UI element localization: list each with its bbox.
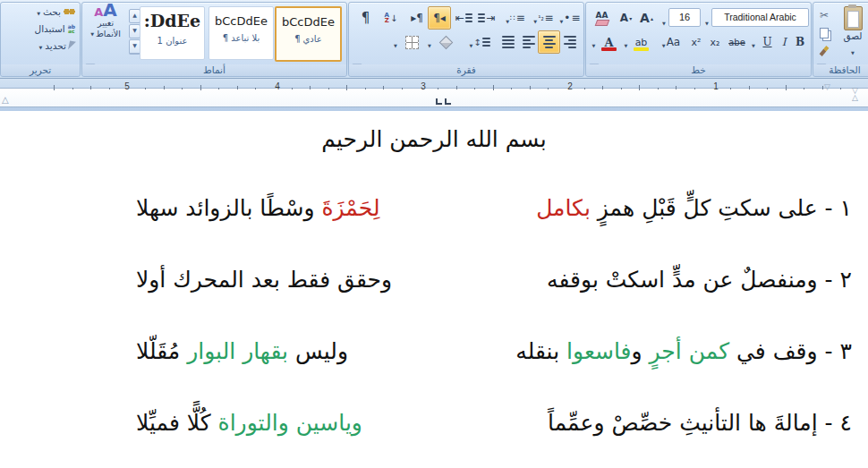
chevron-down-icon	[560, 10, 564, 27]
format-painter-button[interactable]	[815, 42, 833, 60]
ruler-tick	[749, 86, 750, 89]
decrease-indent-button[interactable]: ⇤	[452, 6, 475, 30]
subscript-button[interactable]: x₂	[705, 30, 725, 54]
align-center-button[interactable]	[538, 30, 560, 54]
multilevel-list-button[interactable]: ∷ ≡	[501, 6, 530, 30]
indent-marker-left[interactable]: △	[2, 97, 9, 104]
ltr-paragraph-icon: ▸¶	[411, 12, 423, 24]
style-no-spacing[interactable]: bCcDdEe ¶ بلا تباعد	[208, 6, 274, 60]
verse-segment-red: بكامل	[536, 195, 591, 221]
chevron-down-icon	[469, 34, 472, 51]
verse-row: ١ - على سكتِ كلٍّ قَبْلِ همزٍ بكامللِحَم…	[0, 183, 868, 234]
editing-group-label: تحرير	[1, 64, 80, 76]
show-marks-button[interactable]: ¶	[353, 6, 378, 30]
numbering-button[interactable]: ¹₂ ≡	[530, 6, 557, 30]
hemistich-right[interactable]: ٣ - وقف في كمن أجرٍ وفاسعوا بنقله	[515, 326, 852, 378]
style-name: عنوان 1	[157, 36, 188, 46]
sort-button[interactable]: A Z ↓	[379, 6, 404, 30]
bullets-icon: •	[564, 12, 570, 24]
font-group-label: خط	[586, 64, 811, 76]
highlight-button[interactable]: ab	[630, 30, 652, 54]
verse-row: ٢ - ومنفصلٌ عن مدٍّ اسكتْ بوقفهوحقق فقط …	[0, 254, 868, 306]
chevron-down-icon	[662, 12, 666, 29]
updown-arrow-icon: ↕	[473, 38, 481, 47]
first-line-indent-marker[interactable]: ▽	[824, 83, 830, 90]
ruler-tick	[328, 88, 329, 89]
ruler-tick	[511, 88, 512, 89]
rtl-direction-button[interactable]: ¶◂	[428, 6, 451, 30]
chevron-down-icon	[705, 12, 709, 29]
verse-segment-black: ١ - على سكتِ كلٍّ قَبْلِ همزٍ	[591, 195, 852, 221]
copy-button[interactable]	[815, 24, 833, 42]
find-button[interactable]: بحث	[1, 3, 80, 20]
align-left-button[interactable]	[517, 30, 540, 54]
ruler-tick	[310, 86, 311, 89]
styles-group: AA تغيير الأنماط ▲ ▼ ▼ :DdEe عنوان 1 bCc…	[81, 2, 347, 77]
strikethrough-icon: abe	[728, 38, 745, 47]
ruler-tick	[658, 88, 659, 89]
grow-font-button[interactable]: A ▴	[635, 6, 658, 30]
ruler-tick	[218, 88, 219, 89]
strikethrough-button[interactable]: abe	[724, 30, 750, 54]
shading-button[interactable]	[434, 30, 457, 54]
tab-stop-marker[interactable]	[436, 98, 442, 105]
font-name-input[interactable]: Traditional Arabic	[711, 8, 809, 27]
style-heading1[interactable]: :DdEe عنوان 1	[140, 6, 205, 60]
select-button[interactable]: تحديد	[1, 37, 80, 54]
ruler-band[interactable]	[0, 88, 868, 107]
change-styles-icon: AA	[94, 5, 117, 18]
hemistich-left[interactable]: وحقق فقط بعد المحرك أولا	[136, 254, 392, 306]
change-styles-label-2: الأنماط	[96, 29, 121, 38]
style-normal-selected[interactable]: bCcDdEe ¶ عادي	[275, 6, 342, 62]
lines-icon	[478, 13, 485, 22]
bold-button[interactable]: B	[790, 30, 810, 54]
underline-button[interactable]: U	[758, 30, 777, 54]
right-indent-marker[interactable]: ▽△	[852, 87, 858, 101]
document-canvas[interactable]: بسم الله الرحمن الرحيم ١ - على سكتِ كلٍّ…	[0, 111, 868, 468]
cut-button[interactable]: ✂	[815, 6, 833, 24]
justify-button[interactable]	[497, 30, 519, 54]
increase-indent-button[interactable]: ⇥	[475, 6, 498, 30]
align-right-button[interactable]	[558, 30, 581, 54]
hemistich-right[interactable]: ١ - على سكتِ كلٍّ قَبْلِ همزٍ بكامل	[536, 183, 852, 234]
font-color-button[interactable]: A	[598, 30, 620, 54]
ruler-tick	[584, 88, 585, 89]
hemistich-left[interactable]: وليس بقهار البوار مُقَلّلا	[136, 326, 348, 378]
hemistich-left[interactable]: وياسين والتوراة كُلًّا فميِّلا	[136, 397, 362, 449]
shrink-font-button[interactable]: A ▾	[616, 6, 636, 30]
multilevel-list-icon: ∷	[510, 13, 515, 22]
ruler[interactable]: △ ▽ ▽△ 54321	[0, 79, 868, 111]
replace-button[interactable]: استبدال abac	[1, 20, 80, 37]
align-right-icon	[564, 36, 576, 48]
style-name: عادي	[303, 34, 322, 44]
line-spacing-button[interactable]: ↕	[464, 30, 496, 54]
clear-formatting-button[interactable]: AA	[589, 6, 615, 30]
styles-group-label: أنماط	[82, 64, 346, 76]
bullets-button[interactable]: • ≡	[557, 6, 583, 30]
change-case-button[interactable]: Aa	[656, 30, 686, 54]
tab-stop-marker[interactable]	[445, 98, 451, 105]
ruler-tick	[456, 86, 457, 89]
chevron-down-icon	[90, 28, 94, 39]
basmala-line[interactable]: بسم الله الرحمن الرحيم	[0, 116, 868, 163]
chevron-down-icon	[851, 41, 855, 58]
paste-button[interactable]: لصق	[835, 6, 868, 64]
style-name: بلا تباعد	[231, 33, 260, 43]
ruler-number: 1	[713, 81, 719, 91]
ruler-tick	[72, 88, 73, 89]
justify-icon	[502, 36, 515, 48]
change-styles-button[interactable]: AA تغيير الأنماط	[84, 5, 127, 63]
chevron-down-icon	[662, 34, 666, 51]
borders-button[interactable]	[400, 30, 423, 54]
hemistich-right[interactable]: ٤ - إمالةَ ها التأنيثِ خصِّصْ وعمِّماً	[548, 397, 852, 449]
pilcrow-icon: ¶	[294, 34, 300, 44]
chevron-down-icon	[37, 6, 40, 17]
hemistich-left[interactable]: لِحَمْزَةَ وسْطًا بالزوائد سهلا	[136, 183, 380, 234]
verse-segment-black: و	[632, 338, 650, 364]
superscript-button[interactable]: x²	[686, 30, 706, 54]
ruler-tick	[438, 88, 438, 89]
font-size-input[interactable]: 16	[668, 8, 701, 27]
hemistich-right[interactable]: ٢ - ومنفصلٌ عن مدٍّ اسكتْ بوقفه	[547, 254, 852, 306]
clipboard-icon	[844, 6, 863, 30]
ltr-direction-button[interactable]: ▸¶	[405, 6, 429, 30]
